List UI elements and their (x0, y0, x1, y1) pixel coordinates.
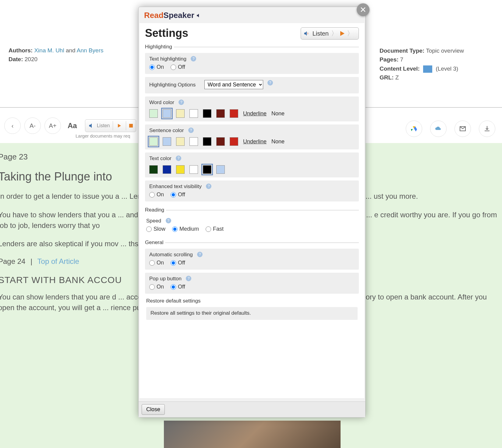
help-icon[interactable]: ? (197, 252, 203, 257)
speed-medium-radio[interactable] (172, 226, 178, 232)
color-swatch[interactable] (149, 109, 158, 118)
help-icon[interactable]: ? (188, 128, 194, 133)
stop-icon[interactable] (129, 124, 133, 128)
highlighting-options-block: Highlighting Options Word and Sentence ? (145, 77, 359, 93)
speed-medium-option[interactable]: Medium (172, 226, 199, 232)
none-option[interactable]: None (271, 110, 285, 117)
speed-slow-option[interactable]: Slow (146, 226, 165, 232)
enhanced-visibility-block: Enhanced text visibility ? On Off (145, 180, 359, 201)
color-swatch[interactable] (189, 137, 198, 146)
play-icon[interactable] (118, 124, 121, 128)
pu-off-radio[interactable] (171, 284, 176, 290)
color-swatch[interactable] (189, 165, 198, 174)
underline-option[interactable]: Underline (243, 138, 267, 145)
color-swatch[interactable] (216, 137, 225, 146)
pu-on-option[interactable]: On (149, 284, 164, 290)
text-highlighting-label: Text highlighting (149, 56, 186, 62)
listen-label: Listen (97, 123, 110, 128)
color-swatch[interactable] (149, 137, 158, 146)
th-on-option[interactable]: On (149, 64, 164, 70)
as-on-radio[interactable] (149, 260, 155, 266)
as-off-option[interactable]: Off (171, 260, 185, 266)
th-off-option[interactable]: Off (171, 64, 185, 70)
play-icon[interactable] (340, 31, 345, 36)
content-level-value: (Level 3) (436, 65, 458, 72)
listen-label: Listen (313, 30, 329, 37)
listen-button[interactable]: Listen 〉 〉 (301, 27, 359, 40)
article-image (164, 421, 341, 448)
sentence-color-label: Sentence color (149, 128, 184, 134)
speed-label: Speed (146, 218, 161, 224)
font-smaller-button[interactable]: A- (24, 117, 41, 134)
chevron-right-icon: 〉 (347, 29, 354, 38)
doctype-value: Topic overview (426, 47, 464, 54)
word-color-block: Word color ? Underline None (145, 96, 359, 121)
onedrive-icon[interactable] (430, 121, 447, 137)
color-swatch[interactable] (203, 165, 211, 174)
close-icon[interactable]: ✕ (357, 3, 369, 16)
pages-value: 7 (400, 56, 404, 63)
color-swatch[interactable] (163, 165, 171, 174)
larger-docs-note: Larger documents may req (76, 133, 130, 138)
underline-option[interactable]: Underline (243, 110, 267, 117)
help-icon[interactable]: ? (191, 56, 196, 61)
color-swatch[interactable] (176, 109, 185, 118)
top-of-article-link[interactable]: Top of Article (37, 257, 79, 265)
help-icon[interactable]: ? (176, 156, 181, 161)
th-on-radio[interactable] (149, 65, 155, 70)
highlighting-fieldset: Highlighting Text highlighting ? On Off … (145, 44, 359, 205)
auto-scroll-label: Automatic scrolling (149, 252, 193, 258)
font-style-button[interactable]: Aa (68, 121, 77, 130)
color-swatch[interactable] (176, 137, 185, 146)
reading-legend: Reading (145, 207, 166, 213)
help-icon[interactable]: ? (267, 80, 273, 86)
pu-on-radio[interactable] (149, 284, 155, 290)
popup-button-block: Pop up button ? On Off (145, 273, 359, 294)
brand-speaker: Speaker (164, 11, 194, 20)
ev-off-radio[interactable] (171, 192, 176, 198)
help-icon[interactable]: ? (206, 184, 211, 189)
email-icon[interactable] (454, 121, 471, 137)
as-on-option[interactable]: On (149, 260, 164, 266)
ev-on-option[interactable]: On (149, 191, 164, 198)
settings-modal: ✕ ReadSpeaker Listen 〉 〉 Settings Highli… (138, 7, 366, 418)
listen-pill[interactable]: Listen (85, 119, 136, 132)
none-option[interactable]: None (271, 138, 285, 145)
color-swatch[interactable] (163, 109, 171, 118)
and-text: and (66, 47, 76, 54)
color-swatch[interactable] (230, 109, 238, 118)
text-color-block: Text color ? (145, 152, 359, 177)
author-1[interactable]: Xina M. Uhl (34, 47, 64, 54)
highlighting-options-select[interactable]: Word and Sentence (204, 80, 263, 89)
color-swatch[interactable] (176, 165, 185, 174)
ev-on-radio[interactable] (149, 192, 155, 198)
color-swatch[interactable] (149, 165, 158, 174)
help-icon[interactable]: ? (186, 276, 191, 281)
popup-label: Pop up button (149, 276, 182, 282)
help-icon[interactable]: ? (179, 100, 184, 105)
download-icon[interactable] (479, 121, 495, 137)
speed-fast-option[interactable]: Fast (206, 226, 224, 232)
prev-button[interactable]: ‹ (4, 117, 21, 134)
author-2[interactable]: Ann Byers (77, 47, 104, 54)
help-icon[interactable]: ? (166, 218, 171, 223)
color-swatch[interactable] (203, 109, 211, 118)
ev-off-option[interactable]: Off (171, 191, 185, 198)
speed-slow-radio[interactable] (146, 226, 152, 232)
color-swatch[interactable] (163, 137, 171, 146)
as-off-radio[interactable] (171, 260, 176, 266)
google-drive-icon[interactable] (406, 121, 422, 137)
color-swatch[interactable] (203, 137, 211, 146)
speed-fast-radio[interactable] (206, 226, 211, 232)
color-swatch[interactable] (216, 165, 225, 174)
font-larger-button[interactable]: A+ (44, 117, 61, 134)
color-swatch[interactable] (230, 137, 238, 146)
color-swatch[interactable] (189, 109, 198, 118)
speed-block: Speed ? Slow Medium Fast (145, 216, 359, 234)
speaker-small-icon (196, 13, 202, 18)
close-button[interactable]: Close (142, 404, 165, 415)
pu-off-option[interactable]: Off (171, 284, 185, 290)
th-off-radio[interactable] (171, 65, 176, 70)
readspeaker-brand: ReadSpeaker (139, 7, 365, 23)
color-swatch[interactable] (216, 109, 225, 118)
